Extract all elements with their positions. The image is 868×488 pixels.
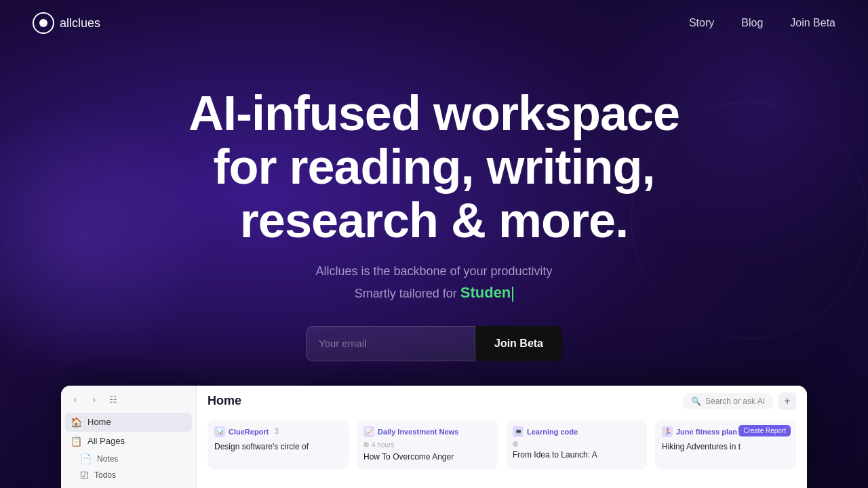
sidebar-item-todos[interactable]: ☑ Todos xyxy=(61,467,196,483)
hero-title-line2: for reading, writing, xyxy=(213,140,654,194)
sidebar-back-icon[interactable]: ‹ xyxy=(68,392,83,407)
card-0: 📊 ClueReport 3 Design software's circle … xyxy=(208,420,349,470)
card-0-tag-label: ClueReport xyxy=(229,428,269,436)
logo-icon xyxy=(33,12,54,34)
card-2-meta xyxy=(513,441,640,447)
sidebar-nav-icons: ‹ › ☷ xyxy=(61,392,196,413)
app-topbar: Home 🔍 Search or ask AI + xyxy=(208,392,796,410)
app-preview: ‹ › ☷ 🏠 Home 📋 All Pages 📄 Notes ☑ Todos… xyxy=(61,386,807,488)
card-3-tag-label: June fitness plan xyxy=(676,428,737,436)
nav-blog-link[interactable]: Blog xyxy=(741,17,763,29)
create-report-button[interactable]: Create Report xyxy=(738,425,791,436)
sidebar-item-all-pages[interactable]: 📋 All Pages xyxy=(61,432,196,451)
all-pages-icon: 📋 xyxy=(71,436,82,447)
card-0-tag-icon: 📊 xyxy=(214,426,225,437)
sidebar-item-todos-label: Todos xyxy=(94,470,116,480)
card-3-title: Hiking Adventures in t xyxy=(662,441,789,453)
card-1-dot xyxy=(363,442,369,447)
nav-join-beta-link[interactable]: Join Beta xyxy=(790,17,835,29)
app-main: Home 🔍 Search or ask AI + 📊 ClueReport 3… xyxy=(197,386,807,488)
card-2-dot xyxy=(513,441,518,447)
search-bar[interactable]: 🔍 Search or ask AI xyxy=(683,393,773,409)
card-1-meta: 4 hours xyxy=(363,441,491,449)
card-0-tag: 📊 ClueReport 3 xyxy=(214,426,342,437)
home-icon: 🏠 xyxy=(71,417,82,428)
hero-typed-word: Studen xyxy=(460,284,511,301)
nav-links: Story Blog Join Beta xyxy=(689,17,835,29)
search-placeholder: Search or ask AI xyxy=(705,396,765,406)
card-3-tag-icon: 🏃 xyxy=(662,426,673,437)
card-2: 💻 Learning code From Idea to Launch: A xyxy=(506,420,647,470)
logo[interactable]: allclues xyxy=(33,12,100,34)
hero-title-line3: research & more. xyxy=(240,193,628,247)
card-1-tag-icon: 📈 xyxy=(363,426,374,437)
svg-point-1 xyxy=(39,19,47,27)
card-2-title: From Idea to Launch: A xyxy=(513,449,640,461)
hero-tailored-prefix: Smartly tailored for xyxy=(355,287,460,300)
card-2-tag-label: Learning code xyxy=(527,428,578,436)
typing-cursor xyxy=(512,287,513,302)
email-input[interactable] xyxy=(306,326,475,361)
logo-text: allclues xyxy=(60,16,100,30)
card-2-tag-icon: 💻 xyxy=(513,426,524,437)
sidebar-layout-icon[interactable]: ☷ xyxy=(106,392,121,407)
card-1-tag-label: Daily Investment News xyxy=(378,428,458,436)
hero-section: AI-infused workspace for reading, writin… xyxy=(0,46,868,361)
card-2-tag: 💻 Learning code xyxy=(513,426,640,437)
card-1-time: 4 hours xyxy=(372,441,394,449)
sidebar-forward-icon[interactable]: › xyxy=(87,392,102,407)
search-icon: 🔍 xyxy=(691,396,701,406)
sidebar-item-notes-label: Notes xyxy=(97,454,118,464)
sidebar-item-notes[interactable]: 📄 Notes xyxy=(61,451,196,467)
hero-subtitle: Allclues is the backbone of your product… xyxy=(0,264,868,279)
sidebar-item-all-pages-label: All Pages xyxy=(87,436,125,446)
card-1-tag: 📈 Daily Investment News xyxy=(363,426,491,437)
nav-story-link[interactable]: Story xyxy=(689,17,714,29)
join-beta-button[interactable]: Join Beta xyxy=(475,326,562,361)
notes-icon: 📄 xyxy=(80,453,92,464)
card-1: 📈 Daily Investment News 4 hours How To O… xyxy=(357,420,498,470)
todos-icon: ☑ xyxy=(80,470,89,481)
sidebar-item-home[interactable]: 🏠 Home xyxy=(65,413,192,432)
page-title: Home xyxy=(208,394,241,408)
add-button[interactable]: + xyxy=(778,392,796,410)
cta-row: Join Beta xyxy=(0,326,868,361)
app-sidebar: ‹ › ☷ 🏠 Home 📋 All Pages 📄 Notes ☑ Todos xyxy=(61,386,197,488)
sidebar-item-home-label: Home xyxy=(87,417,111,427)
card-0-title: Design software's circle of xyxy=(214,441,342,453)
hero-title: AI-infused workspace for reading, writin… xyxy=(0,87,868,248)
card-0-count: 3 xyxy=(275,428,279,435)
hero-title-line1: AI-infused workspace xyxy=(189,86,679,140)
navbar: allclues Story Blog Join Beta xyxy=(0,0,868,46)
app-cards: 📊 ClueReport 3 Design software's circle … xyxy=(208,420,796,470)
hero-tailored: Smartly tailored for Studen xyxy=(0,284,868,302)
card-3: 🏃 June fitness plan Create Report Hiking… xyxy=(655,420,796,470)
card-1-title: How To Overcome Anger xyxy=(363,451,491,463)
